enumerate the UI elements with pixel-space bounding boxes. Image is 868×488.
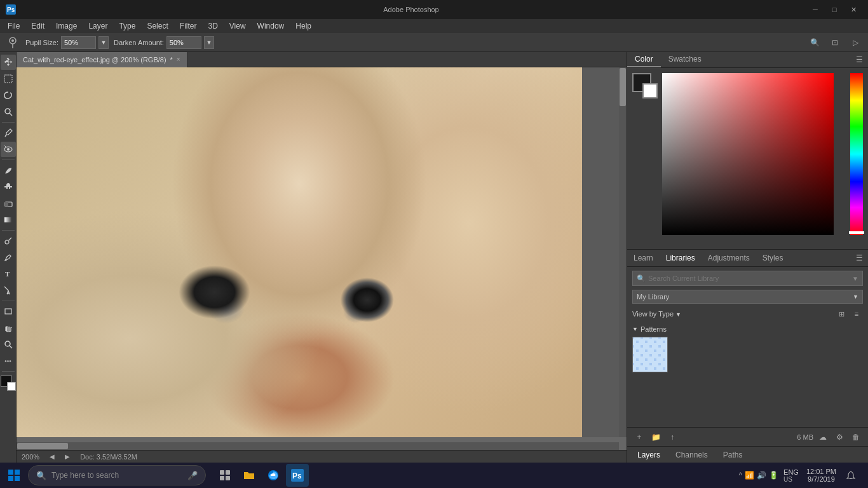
taskbar-search-bar[interactable]: 🔍 Type here to search 🎤 (28, 465, 206, 485)
vertical-scrollbar[interactable] (619, 67, 627, 437)
lasso-tool[interactable] (1, 88, 16, 103)
brush-tool[interactable] (1, 163, 16, 178)
color-hue-slider[interactable] (850, 73, 863, 235)
eyedropper-tool[interactable] (1, 125, 16, 140)
library-search-dropdown[interactable]: ▼ (852, 275, 858, 282)
styles-tab[interactable]: Styles (756, 252, 790, 264)
path-select-tool[interactable] (1, 283, 16, 298)
color-gradient-picker[interactable] (662, 73, 834, 235)
menu-layer[interactable]: Layer (83, 20, 112, 32)
darken-amount-dropdown[interactable]: ▼ (204, 36, 214, 49)
background-swatch[interactable] (642, 83, 658, 98)
photoshop-taskbar-btn[interactable]: Ps (286, 464, 309, 487)
tray-arrow[interactable]: ^ (738, 471, 742, 480)
menu-type[interactable]: Type (114, 20, 140, 32)
pattern-item[interactable] (632, 337, 668, 372)
menu-edit[interactable]: Edit (26, 20, 50, 32)
notification-btn[interactable] (841, 464, 860, 487)
type-tool[interactable]: T (1, 266, 16, 281)
delete-icon[interactable]: 🗑 (849, 430, 863, 444)
menu-view[interactable]: View (224, 20, 251, 32)
search-icon[interactable]: 🔍 (807, 35, 822, 50)
prev-nav[interactable]: ◀ (50, 453, 55, 460)
file-explorer-btn[interactable] (238, 464, 261, 487)
library-search-input[interactable] (648, 274, 850, 282)
darken-amount-input[interactable] (166, 36, 201, 49)
cloud-icon[interactable]: ☁ (816, 430, 830, 444)
move-tool[interactable] (1, 55, 16, 70)
menu-window[interactable]: Window (252, 20, 290, 32)
libraries-options[interactable]: ☰ (851, 251, 868, 265)
options-right-icons: 🔍 ⊡ ▷ (807, 35, 863, 50)
svg-point-14 (5, 240, 9, 244)
adjustments-tab[interactable]: Adjustments (702, 252, 756, 264)
libraries-tab[interactable]: Libraries (660, 252, 702, 264)
horizontal-scrollbar[interactable] (17, 442, 619, 450)
list-view-btn[interactable]: ≡ (850, 308, 863, 320)
menu-3d[interactable]: 3D (203, 20, 222, 32)
grid-view-btn[interactable]: ⊞ (835, 308, 848, 320)
hand-tool[interactable] (1, 320, 16, 336)
minimize-button[interactable]: ─ (806, 0, 825, 19)
add-item-btn[interactable]: + (632, 430, 646, 444)
document-tab[interactable]: Cat_with_red-eye_effect.jpg @ 200% (RGB/… (17, 52, 187, 67)
edge-browser-btn[interactable] (262, 464, 285, 487)
task-view-btn[interactable] (214, 464, 236, 487)
horizontal-scrollbar-thumb[interactable] (17, 443, 68, 449)
next-nav[interactable]: ▶ (65, 453, 70, 460)
menu-filter[interactable]: Filter (175, 20, 202, 32)
view-by-label[interactable]: View by Type ▼ (632, 310, 681, 318)
close-button[interactable]: ✕ (844, 0, 863, 19)
layers-tab[interactable]: Layers (630, 449, 668, 461)
taskbar-mic-icon[interactable]: 🎤 (187, 471, 198, 480)
patterns-header[interactable]: ▼ Patterns (632, 325, 863, 333)
tool-separator-2 (2, 159, 15, 160)
zoom-tool[interactable] (1, 337, 16, 352)
menu-select[interactable]: Select (142, 20, 173, 32)
dodge-tool[interactable] (1, 233, 16, 248)
more-tools[interactable]: ••• (1, 353, 16, 369)
eraser-tool[interactable] (1, 196, 16, 211)
swatches-tab[interactable]: Swatches (661, 52, 709, 67)
red-eye-tool[interactable] (1, 142, 16, 157)
color-panel-options[interactable]: ☰ (851, 53, 868, 67)
new-group-btn[interactable]: 📁 (649, 430, 663, 444)
tray-volume[interactable]: 🔊 (757, 471, 766, 480)
svg-rect-21 (15, 470, 20, 475)
tab-close-button[interactable]: × (177, 56, 180, 63)
marquee-tool[interactable] (1, 71, 16, 86)
pupil-size-dropdown[interactable]: ▼ (98, 36, 109, 49)
gradient-tool[interactable] (1, 212, 16, 227)
start-button[interactable] (3, 464, 25, 487)
menu-file[interactable]: File (3, 20, 25, 32)
quick-select-tool[interactable] (1, 104, 16, 119)
tray-network[interactable]: 📶 (745, 471, 754, 480)
tray-battery[interactable]: 🔋 (769, 471, 778, 480)
share-icon[interactable]: ▷ (848, 35, 863, 50)
system-clock[interactable]: 12:01 PM 9/7/2019 (804, 468, 839, 483)
upload-btn[interactable]: ↑ (665, 430, 679, 444)
menu-help[interactable]: Help (290, 20, 316, 32)
svg-line-15 (8, 238, 11, 241)
pupil-size-input[interactable] (61, 36, 96, 49)
pen-tool[interactable] (1, 250, 16, 265)
language-indicator[interactable]: ENG US (781, 468, 801, 483)
clone-stamp-tool[interactable] (1, 179, 16, 194)
canvas-area[interactable] (17, 67, 627, 450)
color-tab[interactable]: Color (627, 52, 661, 67)
vertical-scrollbar-thumb[interactable] (620, 68, 626, 106)
maximize-button[interactable]: □ (825, 0, 844, 19)
menu-image[interactable]: Image (51, 20, 82, 32)
svg-text:Ps: Ps (7, 6, 15, 13)
paths-tab[interactable]: Paths (715, 449, 750, 461)
library-dropdown[interactable]: My Library ▼ (632, 290, 863, 304)
channels-tab[interactable]: Channels (668, 449, 715, 461)
settings-icon[interactable]: ⚙ (832, 430, 846, 444)
hue-indicator[interactable] (849, 231, 864, 234)
learn-tab[interactable]: Learn (627, 252, 660, 264)
background-color[interactable] (7, 382, 16, 391)
workspace-icon[interactable]: ⊡ (827, 35, 843, 50)
library-search[interactable]: 🔍 ▼ (632, 271, 863, 286)
fg-bg-colors[interactable] (1, 376, 16, 391)
rectangle-tool[interactable] (1, 304, 16, 319)
